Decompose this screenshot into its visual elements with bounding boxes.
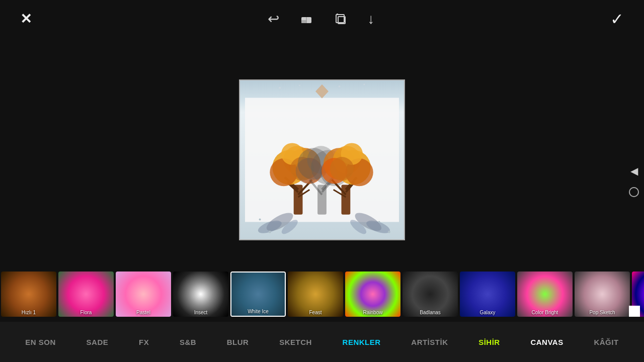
white-square-indicator bbox=[629, 306, 640, 317]
category-artistik[interactable]: ARTİSTİK bbox=[409, 334, 450, 350]
filter-label-4: White Ice bbox=[231, 309, 285, 314]
canvas-area bbox=[0, 38, 644, 282]
filter-label-6: Rainbow bbox=[345, 310, 400, 315]
svg-point-10 bbox=[279, 86, 281, 88]
category-sketch[interactable]: SKETCH bbox=[277, 334, 314, 350]
filter-label-8: Galaxy bbox=[460, 310, 515, 315]
svg-point-53 bbox=[259, 218, 261, 220]
filter-item-4[interactable]: White Ice bbox=[230, 272, 286, 317]
svg-point-12 bbox=[339, 85, 341, 87]
filter-item-6[interactable]: Rainbow bbox=[345, 272, 400, 317]
filter-label-2: Pastel bbox=[116, 310, 171, 315]
category-sb[interactable]: S&B bbox=[178, 334, 198, 350]
category-en-son[interactable]: EN SON bbox=[23, 334, 58, 350]
confirm-button[interactable]: ✓ bbox=[610, 10, 624, 29]
close-button[interactable]: ✕ bbox=[20, 11, 32, 27]
svg-point-54 bbox=[269, 230, 271, 233]
toolbar: ✕ ↩ ↓ ✓ bbox=[0, 0, 644, 38]
right-controls: ◀ bbox=[629, 165, 639, 197]
scroll-indicator[interactable] bbox=[629, 187, 639, 197]
category-blur[interactable]: BLUR bbox=[225, 334, 251, 350]
svg-point-55 bbox=[378, 221, 380, 223]
toolbar-center: ↩ ↓ bbox=[268, 11, 375, 27]
svg-point-11 bbox=[299, 84, 300, 86]
download-button[interactable]: ↓ bbox=[368, 11, 375, 27]
filter-item-9[interactable]: Color Bright bbox=[517, 272, 573, 317]
filter-label-9: Color Bright bbox=[517, 310, 573, 315]
svg-point-34 bbox=[296, 158, 321, 184]
filter-label-5: Feast bbox=[288, 310, 343, 315]
filter-label-3: Insect bbox=[173, 310, 228, 315]
svg-point-46 bbox=[330, 157, 354, 180]
filter-label-7: Badlanas bbox=[403, 310, 458, 315]
toolbar-right: ✓ bbox=[610, 10, 624, 29]
filter-item-10[interactable]: Pop Sketch bbox=[575, 272, 630, 317]
filter-item-5[interactable]: Feast bbox=[288, 272, 343, 317]
category-sade[interactable]: SADE bbox=[85, 334, 111, 350]
category-bar: EN SONSADEFXS&BBLURSKETCHRENKLERARTİSTİK… bbox=[0, 322, 644, 362]
category-fx[interactable]: FX bbox=[137, 334, 151, 350]
canvas-image bbox=[239, 79, 405, 240]
filter-strip: Hızlı 1FloraPastelInsectWhite IceFeastRa… bbox=[0, 269, 644, 319]
toolbar-left: ✕ bbox=[20, 11, 32, 27]
filter-label-0: Hızlı 1 bbox=[1, 310, 56, 315]
filter-item-8[interactable]: Galaxy bbox=[460, 272, 515, 317]
filter-item-0[interactable]: Hızlı 1 bbox=[1, 272, 56, 317]
filter-item-7[interactable]: Badlanas bbox=[403, 272, 458, 317]
svg-point-13 bbox=[363, 83, 365, 85]
svg-point-56 bbox=[388, 230, 390, 233]
layers-button[interactable] bbox=[334, 12, 348, 26]
category-renkler[interactable]: RENKLER bbox=[341, 334, 383, 350]
svg-rect-1 bbox=[301, 20, 306, 23]
eraser-button[interactable] bbox=[299, 12, 313, 26]
filter-item-1[interactable]: Flora bbox=[58, 272, 114, 317]
undo-button[interactable]: ↩ bbox=[268, 11, 279, 27]
category-canvas[interactable]: CANVAS bbox=[528, 334, 565, 350]
svg-rect-3 bbox=[336, 15, 344, 23]
filter-label-10: Pop Sketch bbox=[575, 310, 630, 315]
category-kagit[interactable]: KÂĞIT bbox=[592, 334, 620, 350]
svg-rect-5 bbox=[337, 14, 338, 15]
filter-item-2[interactable]: Pastel bbox=[116, 272, 171, 317]
category-sihir[interactable]: SİHİR bbox=[476, 334, 502, 350]
filter-label-1: Flora bbox=[58, 310, 114, 315]
filter-item-3[interactable]: Insect bbox=[173, 272, 228, 317]
collapse-arrow[interactable]: ◀ bbox=[630, 165, 638, 177]
